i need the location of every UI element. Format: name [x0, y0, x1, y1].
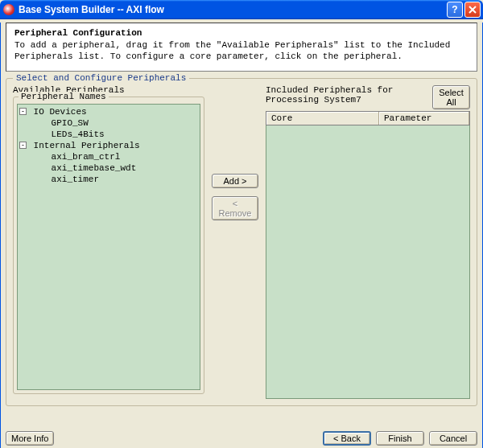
included-column: Included Peripherals for Processing Syst… [266, 85, 470, 399]
title-bar: Base System Builder -- AXI flow ? [0, 0, 483, 19]
available-tree[interactable]: - IO Devices GPIO_SW LEDs_4Bits - Intern… [17, 104, 200, 390]
app-icon [3, 4, 14, 15]
window-title: Base System Builder -- AXI flow [19, 4, 445, 15]
tree-node-io-devices[interactable]: - IO Devices [19, 106, 198, 117]
collapse-icon[interactable]: - [19, 142, 27, 149]
add-button[interactable]: Add > [212, 174, 258, 188]
tree-node-axi-bram-ctrl[interactable]: axi_bram_ctrl [19, 151, 198, 162]
tree-label: axi_bram_ctrl [52, 152, 121, 162]
page-description: To add a peripheral, drag it from the "A… [14, 39, 469, 63]
peripherals-group: Select and Configure Peripherals Availab… [6, 78, 477, 406]
tree-node-leds-4bits[interactable]: LEDs_4Bits [19, 129, 198, 140]
included-table-header: Core Parameter [266, 111, 470, 125]
peripheral-names-legend: Peripheral Names [19, 92, 109, 101]
tree-node-axi-timer[interactable]: axi_timer [19, 174, 198, 185]
footer-bar: More Info < Back Finish Cancel [6, 431, 477, 446]
tree-node-axi-timebase-wdt[interactable]: axi_timebase_wdt [19, 162, 198, 174]
tree-label: GPIO_SW [52, 118, 89, 128]
back-button[interactable]: < Back [323, 431, 371, 446]
tree-label: LEDs_4Bits [52, 129, 105, 139]
two-column-layout: Available Peripherals Peripheral Names -… [13, 85, 470, 399]
available-column: Available Peripherals Peripheral Names -… [13, 85, 204, 399]
included-header-row: Included Peripherals for Processing Syst… [266, 85, 470, 109]
more-info-button[interactable]: More Info [6, 431, 54, 446]
select-all-button[interactable]: Select All [432, 85, 470, 109]
tree-label: Internal Peripherals [34, 141, 140, 150]
footer-right: < Back Finish Cancel [323, 431, 477, 446]
peripheral-names-group: Peripheral Names - IO Devices GPIO_SW LE… [13, 97, 204, 394]
included-list[interactable] [266, 125, 470, 399]
tree-label: axi_timebase_wdt [52, 163, 137, 173]
tree-node-internal[interactable]: - Internal Peripherals [19, 140, 198, 151]
close-button[interactable] [464, 2, 481, 18]
page-title: Peripheral Configuration [14, 28, 469, 38]
help-button[interactable]: ? [447, 2, 463, 18]
finish-button[interactable]: Finish [376, 431, 424, 446]
header-box: Peripheral Configuration To add a periph… [6, 23, 477, 72]
collapse-icon[interactable]: - [19, 108, 27, 115]
column-core[interactable]: Core [266, 112, 379, 125]
tree-label: IO Devices [34, 107, 87, 117]
cancel-button[interactable]: Cancel [429, 431, 477, 446]
tree-node-gpio-sw[interactable]: GPIO_SW [19, 117, 198, 129]
client-area: Peripheral Configuration To add a periph… [0, 23, 483, 448]
group-legend: Select and Configure Peripherals [13, 73, 189, 83]
remove-button[interactable]: < Remove [212, 196, 258, 220]
column-parameter[interactable]: Parameter [379, 112, 469, 125]
close-icon [469, 6, 477, 14]
tree-label: axi_timer [52, 175, 99, 184]
included-label: Included Peripherals for Processing Syst… [266, 85, 432, 105]
transfer-buttons: Add > < Remove [211, 85, 259, 399]
